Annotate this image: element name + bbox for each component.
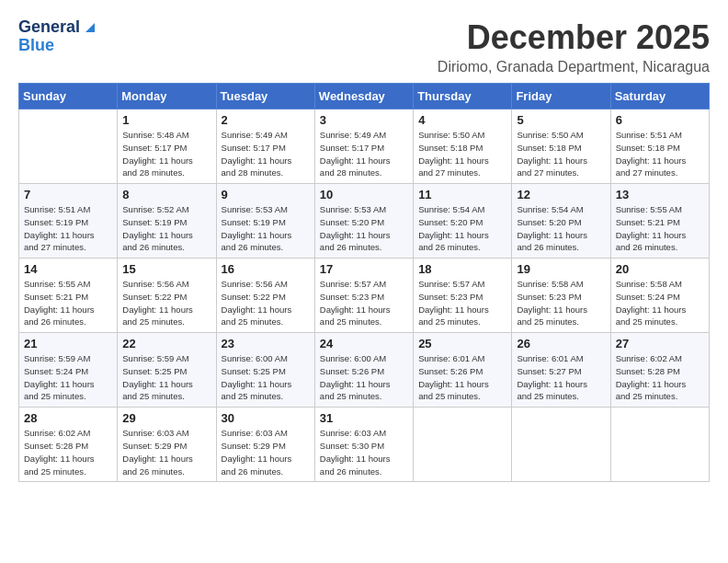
day-number: 21	[24, 337, 112, 350]
calendar-cell: 5Sunrise: 5:50 AM Sunset: 5:18 PM Daylig…	[512, 109, 610, 184]
month-title: December 2025	[438, 18, 710, 57]
day-number: 26	[517, 337, 605, 350]
calendar-cell: 27Sunrise: 6:02 AM Sunset: 5:28 PM Dayli…	[610, 333, 709, 408]
calendar-cell: 29Sunrise: 6:03 AM Sunset: 5:29 PM Dayli…	[118, 408, 216, 482]
calendar-week-row: 7Sunrise: 5:51 AM Sunset: 5:19 PM Daylig…	[19, 184, 710, 259]
day-number: 15	[122, 262, 210, 276]
day-info: Sunrise: 5:57 AM Sunset: 5:23 PM Dayligh…	[320, 278, 408, 328]
day-number: 28	[24, 411, 112, 425]
day-info: Sunrise: 6:03 AM Sunset: 5:29 PM Dayligh…	[122, 427, 210, 477]
calendar-cell: 8Sunrise: 5:52 AM Sunset: 5:19 PM Daylig…	[118, 184, 216, 259]
day-number: 7	[24, 188, 112, 201]
logo-general-text: General	[18, 18, 80, 37]
calendar-cell: 4Sunrise: 5:50 AM Sunset: 5:18 PM Daylig…	[414, 109, 512, 184]
calendar-cell: 10Sunrise: 5:53 AM Sunset: 5:20 PM Dayli…	[314, 184, 413, 259]
calendar-cell: 17Sunrise: 5:57 AM Sunset: 5:23 PM Dayli…	[314, 259, 413, 333]
calendar-cell: 23Sunrise: 6:00 AM Sunset: 5:25 PM Dayli…	[216, 333, 314, 408]
calendar-week-row: 14Sunrise: 5:55 AM Sunset: 5:21 PM Dayli…	[19, 259, 710, 333]
day-number: 23	[222, 337, 310, 350]
day-info: Sunrise: 6:03 AM Sunset: 5:29 PM Dayligh…	[222, 427, 310, 477]
page-header: General Blue December 2025 Diriomo, Gran…	[18, 18, 710, 75]
day-info: Sunrise: 6:00 AM Sunset: 5:26 PM Dayligh…	[320, 352, 408, 403]
day-info: Sunrise: 5:56 AM Sunset: 5:22 PM Dayligh…	[122, 278, 210, 328]
day-number: 1	[122, 113, 210, 127]
day-info: Sunrise: 5:48 AM Sunset: 5:17 PM Dayligh…	[122, 129, 210, 179]
day-info: Sunrise: 5:51 AM Sunset: 5:18 PM Dayligh…	[616, 129, 704, 179]
day-info: Sunrise: 5:49 AM Sunset: 5:17 PM Dayligh…	[320, 129, 408, 179]
day-number: 14	[24, 262, 112, 276]
calendar-cell: 11Sunrise: 5:54 AM Sunset: 5:20 PM Dayli…	[414, 184, 512, 259]
calendar-week-row: 1Sunrise: 5:48 AM Sunset: 5:17 PM Daylig…	[19, 109, 710, 184]
calendar-cell: 24Sunrise: 6:00 AM Sunset: 5:26 PM Dayli…	[314, 333, 413, 408]
calendar-week-row: 21Sunrise: 5:59 AM Sunset: 5:24 PM Dayli…	[19, 333, 710, 408]
weekday-header-row: SundayMondayTuesdayWednesdayThursdayFrid…	[19, 84, 710, 109]
calendar-cell: 28Sunrise: 6:02 AM Sunset: 5:28 PM Dayli…	[19, 408, 118, 482]
day-number: 11	[418, 188, 506, 201]
day-info: Sunrise: 6:02 AM Sunset: 5:28 PM Dayligh…	[24, 427, 112, 477]
day-info: Sunrise: 5:50 AM Sunset: 5:18 PM Dayligh…	[418, 129, 506, 179]
calendar-cell: 1Sunrise: 5:48 AM Sunset: 5:17 PM Daylig…	[118, 109, 216, 184]
weekday-header-friday: Friday	[512, 84, 610, 109]
day-info: Sunrise: 6:00 AM Sunset: 5:25 PM Dayligh…	[222, 352, 310, 403]
weekday-header-thursday: Thursday	[414, 84, 512, 109]
day-number: 29	[122, 411, 210, 425]
weekday-header-monday: Monday	[118, 84, 216, 109]
calendar-cell: 14Sunrise: 5:55 AM Sunset: 5:21 PM Dayli…	[19, 259, 118, 333]
weekday-header-tuesday: Tuesday	[216, 84, 314, 109]
calendar-cell	[512, 408, 610, 482]
day-info: Sunrise: 5:50 AM Sunset: 5:18 PM Dayligh…	[517, 129, 605, 179]
calendar-cell: 9Sunrise: 5:53 AM Sunset: 5:19 PM Daylig…	[216, 184, 314, 259]
calendar-cell: 7Sunrise: 5:51 AM Sunset: 5:19 PM Daylig…	[19, 184, 118, 259]
day-info: Sunrise: 5:59 AM Sunset: 5:25 PM Dayligh…	[122, 352, 210, 403]
day-info: Sunrise: 5:52 AM Sunset: 5:19 PM Dayligh…	[122, 203, 210, 254]
calendar-cell: 3Sunrise: 5:49 AM Sunset: 5:17 PM Daylig…	[314, 109, 413, 184]
calendar-cell: 19Sunrise: 5:58 AM Sunset: 5:23 PM Dayli…	[512, 259, 610, 333]
day-number: 10	[320, 188, 408, 201]
day-number: 2	[222, 113, 310, 127]
day-info: Sunrise: 5:58 AM Sunset: 5:24 PM Dayligh…	[616, 278, 704, 328]
weekday-header-sunday: Sunday	[19, 84, 118, 109]
calendar-cell: 13Sunrise: 5:55 AM Sunset: 5:21 PM Dayli…	[610, 184, 709, 259]
calendar-table: SundayMondayTuesdayWednesdayThursdayFrid…	[18, 83, 710, 482]
day-number: 24	[320, 337, 408, 350]
day-number: 6	[616, 113, 704, 127]
day-info: Sunrise: 5:56 AM Sunset: 5:22 PM Dayligh…	[222, 278, 310, 328]
day-number: 22	[122, 337, 210, 350]
calendar-cell	[19, 109, 118, 184]
calendar-cell: 2Sunrise: 5:49 AM Sunset: 5:17 PM Daylig…	[216, 109, 314, 184]
svg-marker-0	[85, 23, 95, 32]
day-number: 25	[418, 337, 506, 350]
calendar-cell: 22Sunrise: 5:59 AM Sunset: 5:25 PM Dayli…	[118, 333, 216, 408]
day-info: Sunrise: 6:03 AM Sunset: 5:30 PM Dayligh…	[320, 427, 408, 477]
day-number: 4	[418, 113, 506, 127]
weekday-header-saturday: Saturday	[610, 84, 709, 109]
calendar-cell: 30Sunrise: 6:03 AM Sunset: 5:29 PM Dayli…	[216, 408, 314, 482]
day-number: 19	[517, 262, 605, 276]
calendar-cell: 21Sunrise: 5:59 AM Sunset: 5:24 PM Dayli…	[19, 333, 118, 408]
day-info: Sunrise: 5:59 AM Sunset: 5:24 PM Dayligh…	[24, 352, 112, 403]
calendar-cell	[610, 408, 709, 482]
day-number: 18	[418, 262, 506, 276]
logo-icon	[82, 19, 98, 36]
day-info: Sunrise: 5:54 AM Sunset: 5:20 PM Dayligh…	[517, 203, 605, 254]
day-number: 20	[616, 262, 704, 276]
calendar-cell	[414, 408, 512, 482]
day-number: 5	[517, 113, 605, 127]
day-info: Sunrise: 5:54 AM Sunset: 5:20 PM Dayligh…	[418, 203, 506, 254]
day-info: Sunrise: 6:01 AM Sunset: 5:26 PM Dayligh…	[418, 352, 506, 403]
day-number: 30	[222, 411, 310, 425]
day-number: 9	[222, 188, 310, 201]
day-number: 13	[616, 188, 704, 201]
day-number: 16	[222, 262, 310, 276]
day-info: Sunrise: 5:57 AM Sunset: 5:23 PM Dayligh…	[418, 278, 506, 328]
calendar-cell: 31Sunrise: 6:03 AM Sunset: 5:30 PM Dayli…	[314, 408, 413, 482]
calendar-cell: 12Sunrise: 5:54 AM Sunset: 5:20 PM Dayli…	[512, 184, 610, 259]
weekday-header-wednesday: Wednesday	[314, 84, 413, 109]
calendar-cell: 20Sunrise: 5:58 AM Sunset: 5:24 PM Dayli…	[610, 259, 709, 333]
calendar-cell: 26Sunrise: 6:01 AM Sunset: 5:27 PM Dayli…	[512, 333, 610, 408]
logo-blue-text: Blue	[18, 37, 98, 55]
calendar-cell: 18Sunrise: 5:57 AM Sunset: 5:23 PM Dayli…	[414, 259, 512, 333]
day-info: Sunrise: 6:01 AM Sunset: 5:27 PM Dayligh…	[517, 352, 605, 403]
day-number: 17	[320, 262, 408, 276]
day-number: 31	[320, 411, 408, 425]
